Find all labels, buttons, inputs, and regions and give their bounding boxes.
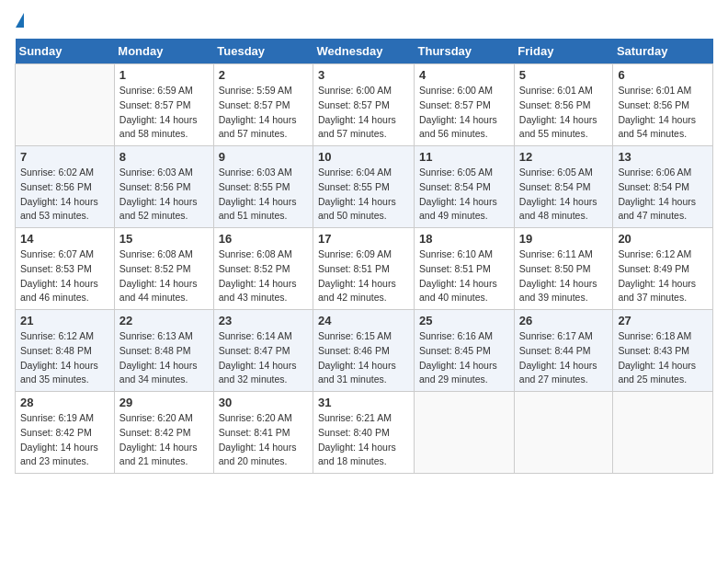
sunset-label: Sunset: 8:55 PM xyxy=(219,181,290,192)
day-number: 11 xyxy=(419,150,509,164)
daylight-label: Daylight: 14 hours and 25 minutes. xyxy=(618,360,696,385)
sunrise-label: Sunrise: 6:06 AM xyxy=(618,167,691,178)
sunrise-label: Sunrise: 6:08 AM xyxy=(119,248,193,259)
day-number: 12 xyxy=(519,150,609,164)
calendar-cell: 11 Sunrise: 6:05 AM Sunset: 8:54 PM Dayl… xyxy=(415,146,515,228)
day-detail: Sunrise: 6:05 AM Sunset: 8:54 PM Dayligh… xyxy=(419,166,509,224)
day-number: 29 xyxy=(119,396,209,409)
daylight-label: Daylight: 14 hours and 54 minutes. xyxy=(618,114,696,140)
sunset-label: Sunset: 8:45 PM xyxy=(419,345,491,356)
sunrise-label: Sunrise: 6:59 AM xyxy=(119,85,193,96)
daylight-label: Daylight: 14 hours and 47 minutes. xyxy=(618,196,696,222)
sunrise-label: Sunrise: 6:17 AM xyxy=(519,330,593,341)
day-detail: Sunrise: 6:04 AM Sunset: 8:55 PM Dayligh… xyxy=(318,166,409,224)
daylight-label: Daylight: 14 hours and 23 minutes. xyxy=(20,442,98,467)
logo xyxy=(15,15,24,29)
sunrise-label: Sunrise: 6:00 AM xyxy=(318,85,392,96)
day-number: 4 xyxy=(419,68,509,82)
calendar-cell xyxy=(514,392,613,474)
day-number: 28 xyxy=(20,396,109,409)
day-number: 6 xyxy=(618,68,708,82)
calendar-week-row: 1 Sunrise: 6:59 AM Sunset: 8:57 PM Dayli… xyxy=(16,64,713,146)
day-number: 25 xyxy=(419,314,509,327)
day-number: 2 xyxy=(219,68,308,82)
day-number: 3 xyxy=(318,68,409,82)
calendar-cell: 10 Sunrise: 6:04 AM Sunset: 8:55 PM Dayl… xyxy=(313,146,415,228)
sunset-label: Sunset: 8:48 PM xyxy=(119,345,191,356)
weekday-header-thursday: Thursday xyxy=(415,39,515,64)
calendar-cell: 3 Sunrise: 6:00 AM Sunset: 8:57 PM Dayli… xyxy=(313,64,415,146)
day-detail: Sunrise: 6:03 AM Sunset: 8:56 PM Dayligh… xyxy=(119,166,209,224)
daylight-label: Daylight: 14 hours and 46 minutes. xyxy=(20,278,98,304)
day-number: 7 xyxy=(20,150,109,164)
day-number: 22 xyxy=(119,314,209,327)
sunset-label: Sunset: 8:55 PM xyxy=(318,181,390,192)
day-detail: Sunrise: 6:21 AM Sunset: 8:40 PM Dayligh… xyxy=(318,411,409,469)
weekday-header-sunday: Sunday xyxy=(16,39,115,64)
sunset-label: Sunset: 8:46 PM xyxy=(318,345,390,356)
daylight-label: Daylight: 14 hours and 21 minutes. xyxy=(119,442,198,467)
calendar-cell: 20 Sunrise: 6:12 AM Sunset: 8:49 PM Dayl… xyxy=(613,228,713,310)
calendar-cell: 12 Sunrise: 6:05 AM Sunset: 8:54 PM Dayl… xyxy=(514,146,613,228)
daylight-label: Daylight: 14 hours and 35 minutes. xyxy=(20,360,98,385)
sunrise-label: Sunrise: 6:18 AM xyxy=(618,330,691,341)
sunset-label: Sunset: 8:44 PM xyxy=(519,345,591,356)
calendar-cell: 26 Sunrise: 6:17 AM Sunset: 8:44 PM Dayl… xyxy=(514,310,613,392)
calendar-cell: 27 Sunrise: 6:18 AM Sunset: 8:43 PM Dayl… xyxy=(613,310,713,392)
day-detail: Sunrise: 6:07 AM Sunset: 8:53 PM Dayligh… xyxy=(20,247,109,305)
calendar-week-row: 7 Sunrise: 6:02 AM Sunset: 8:56 PM Dayli… xyxy=(16,146,713,228)
daylight-label: Daylight: 14 hours and 27 minutes. xyxy=(519,360,597,385)
sunset-label: Sunset: 8:52 PM xyxy=(219,263,290,274)
day-detail: Sunrise: 6:00 AM Sunset: 8:57 PM Dayligh… xyxy=(419,84,509,142)
calendar-cell: 1 Sunrise: 6:59 AM Sunset: 8:57 PM Dayli… xyxy=(114,64,213,146)
daylight-label: Daylight: 14 hours and 51 minutes. xyxy=(219,196,297,222)
sunrise-label: Sunrise: 6:01 AM xyxy=(519,85,593,96)
day-number: 15 xyxy=(119,232,209,246)
calendar-cell: 21 Sunrise: 6:12 AM Sunset: 8:48 PM Dayl… xyxy=(16,310,115,392)
calendar-cell: 19 Sunrise: 6:11 AM Sunset: 8:50 PM Dayl… xyxy=(514,228,613,310)
calendar-cell: 25 Sunrise: 6:16 AM Sunset: 8:45 PM Dayl… xyxy=(415,310,515,392)
day-detail: Sunrise: 6:05 AM Sunset: 8:54 PM Dayligh… xyxy=(519,166,609,224)
day-detail: Sunrise: 6:12 AM Sunset: 8:48 PM Dayligh… xyxy=(20,329,109,387)
page-header xyxy=(15,15,713,29)
daylight-label: Daylight: 14 hours and 32 minutes. xyxy=(219,360,297,385)
day-detail: Sunrise: 6:11 AM Sunset: 8:50 PM Dayligh… xyxy=(519,247,609,305)
day-number: 27 xyxy=(618,314,708,327)
sunrise-label: Sunrise: 6:07 AM xyxy=(20,248,94,259)
day-number: 24 xyxy=(318,314,409,327)
day-number: 10 xyxy=(318,150,409,164)
weekday-header-saturday: Saturday xyxy=(613,39,713,64)
sunrise-label: Sunrise: 6:11 AM xyxy=(519,248,593,259)
sunset-label: Sunset: 8:52 PM xyxy=(119,263,191,274)
sunrise-label: Sunrise: 6:05 AM xyxy=(519,167,593,178)
daylight-label: Daylight: 14 hours and 18 minutes. xyxy=(318,442,396,467)
daylight-label: Daylight: 14 hours and 40 minutes. xyxy=(419,278,497,304)
sunrise-label: Sunrise: 6:01 AM xyxy=(618,85,691,96)
sunset-label: Sunset: 8:54 PM xyxy=(519,181,591,192)
day-detail: Sunrise: 6:15 AM Sunset: 8:46 PM Dayligh… xyxy=(318,329,409,387)
calendar-cell: 15 Sunrise: 6:08 AM Sunset: 8:52 PM Dayl… xyxy=(114,228,213,310)
calendar-cell: 14 Sunrise: 6:07 AM Sunset: 8:53 PM Dayl… xyxy=(16,228,115,310)
sunrise-label: Sunrise: 6:12 AM xyxy=(618,248,691,259)
calendar-header-row: SundayMondayTuesdayWednesdayThursdayFrid… xyxy=(16,39,713,64)
daylight-label: Daylight: 14 hours and 55 minutes. xyxy=(519,114,597,140)
sunrise-label: Sunrise: 6:12 AM xyxy=(20,330,94,341)
day-detail: Sunrise: 6:01 AM Sunset: 8:56 PM Dayligh… xyxy=(618,84,708,142)
sunrise-label: Sunrise: 6:08 AM xyxy=(219,248,292,259)
daylight-label: Daylight: 14 hours and 39 minutes. xyxy=(519,278,597,304)
day-number: 21 xyxy=(20,314,109,327)
sunset-label: Sunset: 8:56 PM xyxy=(618,99,689,110)
daylight-label: Daylight: 14 hours and 43 minutes. xyxy=(219,278,297,304)
sunset-label: Sunset: 8:54 PM xyxy=(618,181,689,192)
daylight-label: Daylight: 14 hours and 34 minutes. xyxy=(119,360,198,385)
calendar-cell: 6 Sunrise: 6:01 AM Sunset: 8:56 PM Dayli… xyxy=(613,64,713,146)
calendar-cell: 18 Sunrise: 6:10 AM Sunset: 8:51 PM Dayl… xyxy=(415,228,515,310)
sunrise-label: Sunrise: 6:09 AM xyxy=(318,248,392,259)
day-number: 16 xyxy=(219,232,308,246)
calendar-cell: 13 Sunrise: 6:06 AM Sunset: 8:54 PM Dayl… xyxy=(613,146,713,228)
weekday-header-wednesday: Wednesday xyxy=(313,39,415,64)
day-number: 1 xyxy=(119,68,209,82)
sunset-label: Sunset: 8:57 PM xyxy=(419,99,491,110)
sunset-label: Sunset: 8:57 PM xyxy=(318,99,390,110)
day-detail: Sunrise: 6:17 AM Sunset: 8:44 PM Dayligh… xyxy=(519,329,609,387)
